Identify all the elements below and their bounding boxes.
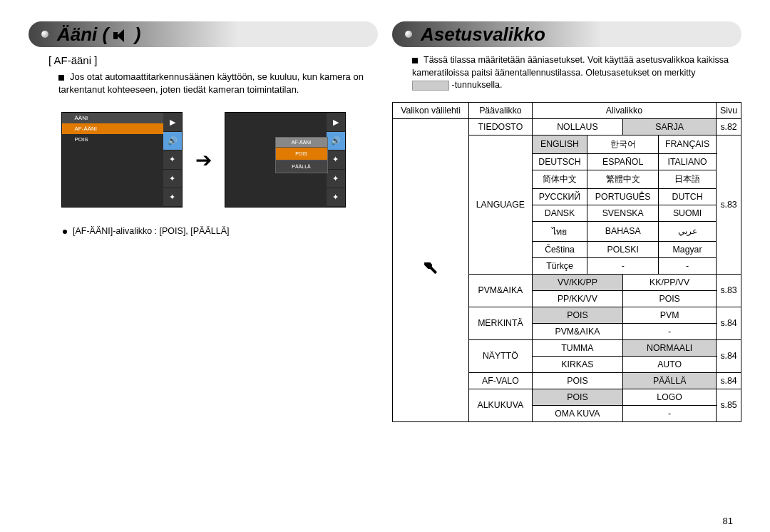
af-sound-section-title: [ AF-ääni ] [48, 54, 378, 66]
right-title: Asetusvalikko [421, 24, 545, 46]
af-sound-paragraph: Jos otat automaattitarkennusäänen käyttö… [58, 71, 364, 96]
lcd-previews: ÄÄNI AF-ÄÄNI POIS ▶🔊✦✦✦ ➔ ▶🔊✦✦✦ AF-ÄÄNI … [29, 112, 378, 208]
wrench-icon [424, 262, 437, 275]
settings-intro: Tässä tilassa määritetään ääniasetukset.… [392, 54, 741, 92]
af-submenu-note: [AF-ÄÄNI]-alivalikko : [POIS], [PÄÄLLÄ] [63, 226, 378, 236]
speaker-icon [113, 29, 129, 42]
col-page: Sivu [717, 102, 741, 118]
settings-table: Valikon välilehti Päävalikko Alivalikko … [392, 102, 741, 422]
arrow-icon: ➔ [195, 148, 212, 172]
right-header: Asetusvalikko [392, 21, 741, 47]
col-tab: Valikon välilehti [393, 102, 469, 118]
col-main: Päävalikko [469, 102, 532, 118]
lcd-screen-2: ▶🔊✦✦✦ AF-ÄÄNI POIS PÄÄLLÄ [225, 112, 346, 208]
lcd-screen-1: ÄÄNI AF-ÄÄNI POIS ▶🔊✦✦✦ [61, 112, 183, 208]
tab-icon-cell [393, 118, 469, 421]
left-header: Ääni ( ) [29, 21, 378, 47]
default-swatch [412, 81, 449, 91]
col-sub: Alivalikko [532, 102, 716, 118]
left-title-a: Ääni ( [57, 24, 108, 45]
left-title-b: ) [135, 24, 141, 45]
page-number: 81 [723, 516, 733, 526]
